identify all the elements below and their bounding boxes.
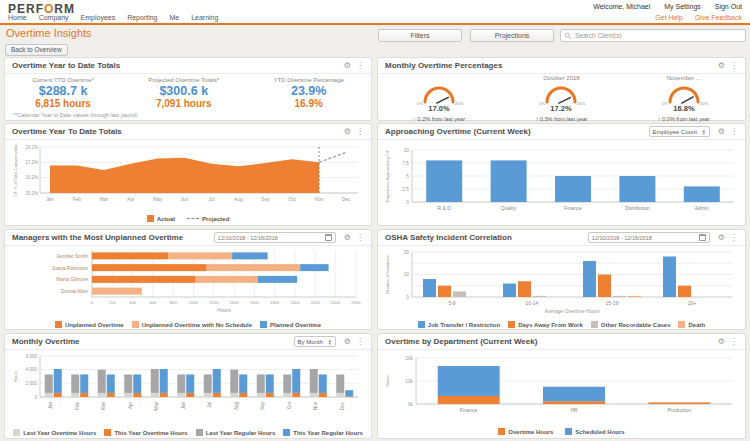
legend-label: This Year Overtime Hours xyxy=(114,430,187,436)
gear-icon[interactable]: ⚙ xyxy=(718,234,725,242)
filters-button[interactable]: Filters xyxy=(378,29,462,42)
svg-text:10k: 10k xyxy=(405,379,413,384)
menu-dots-icon[interactable]: ⋮ xyxy=(356,128,364,136)
menu-dots-icon[interactable]: ⋮ xyxy=(356,338,364,346)
svg-text:2200: 2200 xyxy=(311,300,321,305)
legend-swatch xyxy=(104,429,111,436)
legend-label: Last Year Overtime Hours xyxy=(23,430,96,436)
svg-text:2600: 2600 xyxy=(351,300,361,305)
svg-text:800: 800 xyxy=(170,300,178,305)
by-month-dropdown[interactable]: By Month▲▼ xyxy=(294,336,336,347)
search-icon xyxy=(564,32,572,40)
gear-icon[interactable]: ⚙ xyxy=(344,338,351,346)
nav-item-reporting[interactable]: Reporting xyxy=(127,14,157,21)
back-to-overview-button[interactable]: Back to Overview xyxy=(5,44,68,56)
get-help-link[interactable]: Get Help xyxy=(655,14,683,21)
svg-text:Marta Gilmore: Marta Gilmore xyxy=(56,276,88,282)
svg-text:20%: 20% xyxy=(455,101,464,106)
sign-out-link[interactable]: Sign Out xyxy=(715,3,742,10)
svg-text:Jan: Jan xyxy=(48,402,53,410)
menu-dots-icon[interactable]: ⋮ xyxy=(356,234,364,242)
svg-text:400: 400 xyxy=(129,300,137,305)
menu-dots-icon[interactable]: ⋮ xyxy=(730,234,738,242)
gear-icon[interactable]: ⚙ xyxy=(344,128,351,136)
svg-text:Production: Production xyxy=(667,407,691,413)
svg-text:Nov: Nov xyxy=(313,401,318,410)
svg-text:Aug: Aug xyxy=(234,402,239,411)
my-settings-link[interactable]: My Settings xyxy=(664,3,701,10)
svg-text:Aug: Aug xyxy=(234,197,243,202)
legend-label: Last Year Regular Hours xyxy=(206,430,276,436)
gear-icon[interactable]: ⚙ xyxy=(718,62,725,70)
metric-percent: 23.9% xyxy=(273,84,343,98)
menu-dots-icon[interactable]: ⋮ xyxy=(356,62,364,70)
legend-swatch xyxy=(591,321,598,328)
nav-item-company[interactable]: Company xyxy=(39,14,69,21)
svg-text:4,000: 4,000 xyxy=(26,367,38,372)
svg-text:15-19: 15-19 xyxy=(606,300,619,306)
gauges-row: 0%20%17.0%↑ 0.2% from last yearOctober 2… xyxy=(378,74,745,122)
svg-text:Finance: Finance xyxy=(460,407,478,413)
svg-text:10: 10 xyxy=(404,148,410,153)
gear-icon[interactable]: ⚙ xyxy=(718,128,725,136)
svg-text:Feb: Feb xyxy=(73,197,82,202)
gauge-1: 0%20%17.0%↑ 0.2% from last year xyxy=(384,75,494,122)
gauge-arc: 0%20%16.8% xyxy=(642,82,726,113)
svg-text:Jul: Jul xyxy=(208,197,214,202)
nav-item-learning[interactable]: Learning xyxy=(191,14,218,21)
footnote: **Calendar Year to Date values through l… xyxy=(13,112,138,118)
svg-text:1200: 1200 xyxy=(209,300,219,305)
card-title: Monthly Overtime xyxy=(12,337,80,346)
card-approaching-overtime: Approaching Overtime (Current Week) Empl… xyxy=(377,123,746,226)
svg-text:Admin: Admin xyxy=(695,205,709,211)
gauge-arc: 0%20%17.0% xyxy=(397,82,481,113)
date-range-input[interactable]: 12/10/2018 - 12/16/2018 xyxy=(214,232,336,243)
menu-dots-icon[interactable]: ⋮ xyxy=(730,62,738,70)
svg-text:20%: 20% xyxy=(577,101,586,106)
svg-text:Hours: Hours xyxy=(385,375,390,386)
gauge-delta: ↑ 0.2% from last year xyxy=(384,116,494,122)
gear-icon[interactable]: ⚙ xyxy=(344,62,351,70)
svg-text:20k: 20k xyxy=(405,356,413,361)
menu-dots-icon[interactable]: ⋮ xyxy=(730,128,738,136)
card-ytd-area-chart: Overtime Year To Date Totals ⚙⋮ 15.2%16.… xyxy=(4,123,372,226)
svg-text:Employees Approaching OT: Employees Approaching OT xyxy=(385,149,390,202)
gauge-2: October 20180%20%17.2%↑ 0.3% from last y… xyxy=(506,75,616,122)
date-range-input[interactable]: 12/10/2018 - 12/16/2018 xyxy=(588,232,710,243)
svg-text:2,000: 2,000 xyxy=(26,381,38,386)
svg-text:Oct: Oct xyxy=(288,197,296,202)
card-title: Approaching Overtime (Current Week) xyxy=(385,127,531,136)
nav-item-employees[interactable]: Employees xyxy=(81,14,116,21)
svg-text:1400: 1400 xyxy=(229,300,239,305)
gear-icon[interactable]: ⚙ xyxy=(718,338,725,346)
svg-text:Dec: Dec xyxy=(342,197,351,202)
svg-text:Dec: Dec xyxy=(340,401,345,410)
menu-dots-icon[interactable]: ⋮ xyxy=(730,338,738,346)
card-title: Overtime Year To Date Totals xyxy=(12,127,122,136)
approaching-overtime-chart: 02.557.510R & DQualityFinanceDistributio… xyxy=(382,142,742,222)
accent-divider xyxy=(0,23,750,25)
search-input[interactable] xyxy=(575,32,742,39)
legend-swatch xyxy=(13,429,20,436)
nav-item-home[interactable]: Home xyxy=(8,14,27,21)
metric-dollars: $288.7 k xyxy=(32,84,94,98)
gauge-month-label: November ... xyxy=(629,75,739,82)
card-managers-unplanned-overtime: Managers with the Most Unplanned Overtim… xyxy=(4,229,372,330)
legend-label: Overtime Hours xyxy=(508,429,553,435)
nav-item-me[interactable]: Me xyxy=(169,14,179,21)
legend-label: Planned Overtime xyxy=(270,322,321,328)
metric-hours: 7,091 hours xyxy=(148,98,219,109)
svg-text:Sep: Sep xyxy=(261,197,270,202)
up-arrow-icon: ↑ xyxy=(536,116,540,122)
metric-hours: 6,815 hours xyxy=(32,98,94,109)
gear-icon[interactable]: ⚙ xyxy=(344,234,351,242)
welcome-user: Welcome, Michael xyxy=(593,3,650,10)
give-feedback-link[interactable]: Give Feedback xyxy=(695,14,742,21)
projections-button[interactable]: Projections xyxy=(470,29,554,42)
card-osha-correlation: OSHA Safety Incident Correlation 12/10/2… xyxy=(377,229,746,330)
employee-count-dropdown[interactable]: Employee Count▲▼ xyxy=(649,126,710,137)
legend-swatch xyxy=(418,321,425,328)
svg-text:0k: 0k xyxy=(408,402,414,407)
legend-label: Actual xyxy=(157,216,175,222)
card-overtime-by-department: Overtime by Department (Current Week) ⚙⋮… xyxy=(377,333,746,439)
